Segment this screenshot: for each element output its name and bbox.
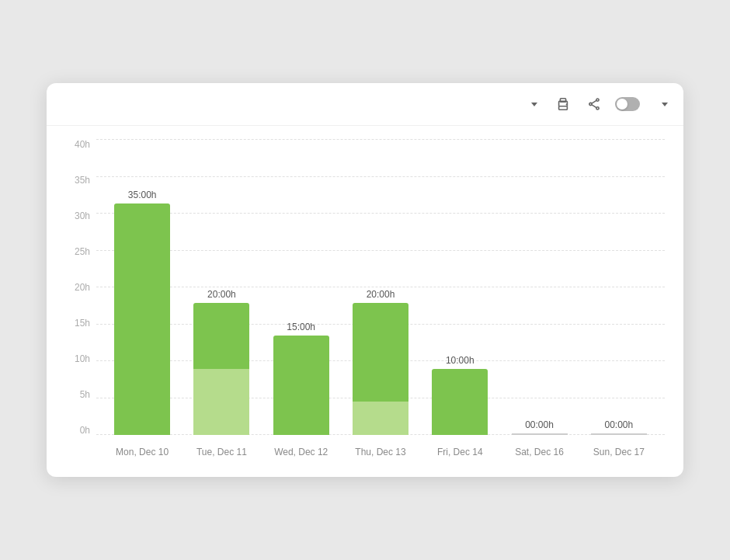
show-amount-button[interactable] [655,103,668,106]
bar-segment-bottom [193,369,249,435]
chevron-down-icon [531,103,537,106]
bar-group: 00:00h [579,140,659,435]
print-button[interactable] [553,94,573,114]
toolbar [47,83,683,126]
y-axis-label: 0h [65,426,95,435]
export-button[interactable] [523,99,542,110]
x-axis-label: Fri, Dec 14 [420,447,499,457]
bar-stack [273,336,329,435]
svg-rect-1 [560,99,565,103]
x-axis-label: Mon, Dec 10 [103,447,182,457]
toolbar-actions [523,94,668,114]
svg-point-5 [589,103,592,105]
main-card: 0h5h10h15h20h25h30h35h40h 35:00h20:00h15… [47,83,683,477]
svg-point-2 [566,104,568,106]
chart-area: 0h5h10h15h20h25h30h35h40h 35:00h20:00h15… [47,126,683,477]
rounding-toggle[interactable] [615,97,640,111]
bar-stack [353,303,408,435]
bar-value-label: 00:00h [604,419,633,430]
x-axis: Mon, Dec 10Tue, Dec 11Wed, Dec 12Thu, De… [96,438,665,466]
x-axis-label: Sun, Dec 17 [579,447,659,457]
bar-segment-bottom [353,402,408,435]
bar-group: 15:00h [262,140,341,435]
print-icon [556,97,570,111]
bar-segment-top [353,303,408,402]
bar-value-label: 20:00h [367,289,395,300]
chart-container: 0h5h10h15h20h25h30h35h40h 35:00h20:00h15… [65,140,665,466]
x-axis-label: Sat, Dec 16 [499,447,579,457]
y-axis-label: 20h [65,283,95,292]
bar-value-label: 35:00h [128,190,157,200]
y-axis: 0h5h10h15h20h25h30h35h40h [65,140,95,435]
bar-group: 20:00h [182,140,261,435]
toggle-knob [617,99,627,110]
x-axis-label: Thu, Dec 13 [341,447,420,457]
y-axis-label: 25h [65,247,95,256]
y-axis-label: 10h [65,354,95,363]
bar-value-label: 00:00h [525,419,554,430]
bar-value-label: 10:00h [446,355,474,366]
x-axis-label: Tue, Dec 11 [182,447,261,457]
svg-rect-0 [559,106,568,110]
bar-stack [432,369,488,435]
bar-empty [591,433,647,435]
svg-point-3 [596,99,599,101]
bar-group: 10:00h [420,140,499,435]
x-axis-label: Wed, Dec 12 [262,447,341,457]
bar-value-label: 15:00h [287,322,315,332]
y-axis-label: 35h [65,176,95,185]
y-axis-label: 5h [65,390,95,399]
rounding-toggle-wrap [615,97,645,111]
bar-group: 00:00h [499,140,579,435]
svg-point-4 [596,107,599,110]
bar-stack [193,303,249,435]
bar-segment-top [193,303,249,369]
chevron-down-icon-2 [662,103,668,106]
share-icon [587,97,601,111]
svg-line-6 [592,100,596,103]
bar-value-label: 20:00h [207,289,236,300]
bars-row: 35:00h20:00h15:00h20:00h10:00h00:00h00:0… [96,140,665,435]
bar-group: 35:00h [103,140,182,435]
y-axis-label: 15h [65,318,95,328]
y-axis-label: 30h [65,211,95,221]
bar-empty [512,433,568,435]
y-axis-label: 40h [65,140,95,149]
bar-group: 20:00h [341,140,420,435]
chart-plot: 35:00h20:00h15:00h20:00h10:00h00:00h00:0… [96,140,665,435]
svg-line-7 [592,105,596,108]
bar-stack [114,203,170,435]
share-button[interactable] [584,94,604,114]
